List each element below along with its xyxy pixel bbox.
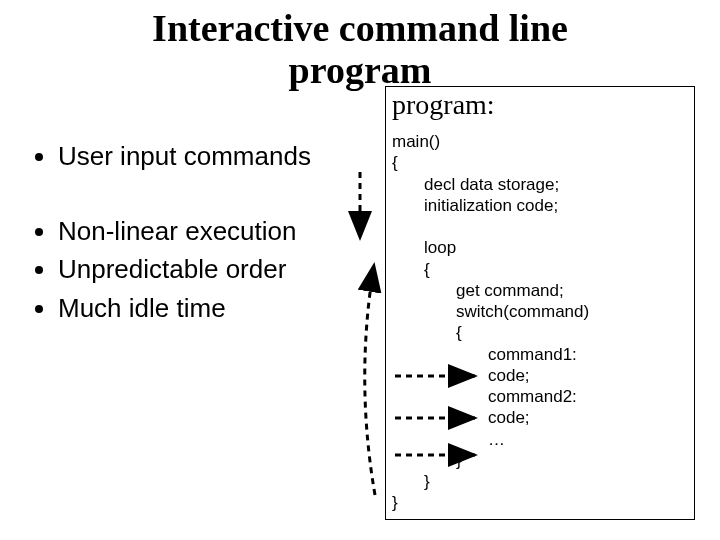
code-line-cmd2: command2:: [392, 386, 688, 407]
bullet-idle: Much idle time: [58, 292, 311, 325]
code-line-init: initialization code;: [392, 195, 688, 216]
code-line-loop: loop: [392, 237, 688, 258]
bullet-list: User input commands Non-linear execution…: [30, 140, 311, 330]
title-line-2: program: [289, 49, 432, 91]
code-heading: program:: [392, 89, 688, 121]
code-listing: main() { decl data storage; initializati…: [392, 131, 688, 514]
code-line-switch-close: }: [392, 450, 688, 471]
code-line-main-close: }: [392, 493, 398, 512]
code-box: program: main() { decl data storage; ini…: [385, 86, 695, 520]
code-line-main: main(): [392, 132, 440, 151]
code-line-code2: code;: [392, 407, 688, 428]
code-line-cmd1: command1:: [392, 344, 688, 365]
code-line-switch-open: {: [392, 322, 688, 343]
bullet-nonlinear: Non-linear execution: [58, 215, 311, 248]
code-line-code1: code;: [392, 365, 688, 386]
code-line-loop-close: }: [392, 471, 688, 492]
bullet-unpredictable: Unpredictable order: [58, 253, 311, 286]
code-line-switch: switch(command): [392, 301, 688, 322]
code-line-decl: decl data storage;: [392, 174, 688, 195]
arrow-loop-icon: [365, 265, 375, 495]
code-line-loop-open: {: [392, 259, 688, 280]
code-line-get: get command;: [392, 280, 688, 301]
code-line-open: {: [392, 153, 398, 172]
slide-title: Interactive command line program: [0, 8, 720, 92]
code-line-dots: …: [392, 429, 688, 450]
bullet-user-input: User input commands: [58, 140, 311, 173]
title-line-1: Interactive command line: [152, 7, 568, 49]
